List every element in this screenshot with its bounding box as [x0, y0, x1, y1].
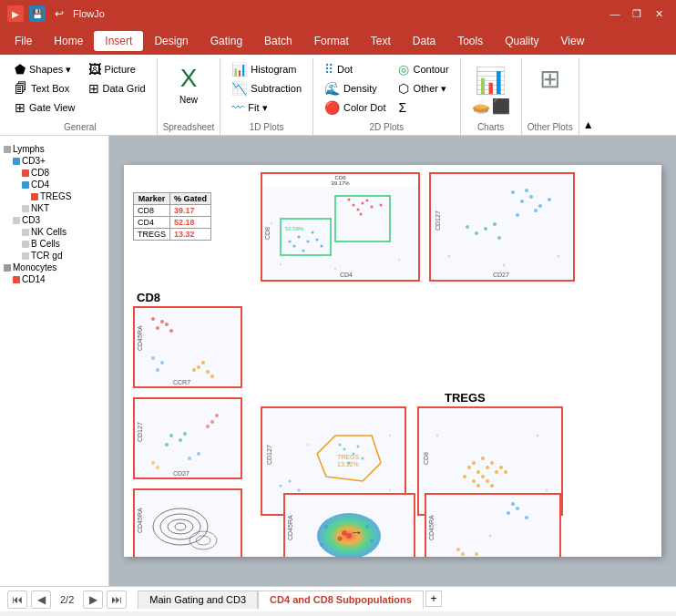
- svg-text:CD127: CD127: [266, 445, 272, 465]
- otherplots-btn[interactable]: ⊞: [530, 60, 570, 98]
- menu-batch[interactable]: Batch: [253, 31, 303, 51]
- charts-btn[interactable]: 📊 🥧 ⬛: [466, 62, 516, 118]
- general-label: General: [9, 120, 151, 135]
- nav-last-btn[interactable]: ⏭: [107, 590, 127, 609]
- svg-point-112: [495, 470, 498, 474]
- svg-text:CD45RA: CD45RA: [137, 325, 143, 351]
- svg-point-14: [312, 231, 314, 234]
- undo-icon[interactable]: ↩: [51, 5, 67, 22]
- plot-cd8-cd4-top[interactable]: CD639.17%: [261, 172, 420, 282]
- dot-btn[interactable]: ⠿ Dot: [319, 60, 391, 78]
- svg-point-92: [362, 457, 364, 460]
- menu-home[interactable]: Home: [43, 31, 94, 51]
- tree-cd8[interactable]: CD8: [4, 167, 105, 179]
- svg-point-54: [201, 361, 205, 364]
- tab-main-gating[interactable]: Main Gating and CD3: [138, 590, 258, 609]
- colordot-btn[interactable]: 🔴 Color Dot: [319, 98, 391, 117]
- datagrid-btn[interactable]: ⊞ Data Grid: [83, 79, 151, 98]
- svg-point-64: [215, 414, 219, 417]
- slide[interactable]: Marker % Gated CD8 39.17 CD4 52.18 TRE: [124, 165, 661, 557]
- tree-nkcells[interactable]: NK Cells: [4, 226, 105, 238]
- plot-cd45ra-ccr7-right-svg: CCR7 CD45RA: [426, 495, 559, 557]
- histogram-label: Histogram: [251, 64, 296, 75]
- gateview-icon: ⊞: [15, 100, 26, 115]
- shapes-label: Shapes ▾: [29, 64, 71, 76]
- restore-btn[interactable]: ❒: [627, 5, 647, 23]
- shapes-btn[interactable]: ⬟ Shapes ▾: [9, 60, 81, 78]
- tree-cd4[interactable]: CD4: [4, 179, 105, 190]
- 1dplots-col: 📊 Histogram 📉 Subtraction 〰 Fit ▾: [226, 60, 307, 117]
- tree-monocytes[interactable]: Monocytes: [4, 262, 105, 273]
- contour-btn[interactable]: ◎ Contour: [393, 60, 454, 78]
- histogram-btn[interactable]: 📊 Histogram: [226, 60, 307, 78]
- general-col1: ⬟ Shapes ▾ 🗐 Text Box ⊞ Gate View: [9, 60, 81, 117]
- tree-bcells[interactable]: B Cells: [4, 238, 105, 250]
- subtraction-btn[interactable]: 📉 Subtraction: [226, 79, 307, 98]
- nav-next-btn[interactable]: ▶: [83, 590, 103, 609]
- new-btn[interactable]: X New: [169, 60, 209, 108]
- gateview-btn[interactable]: ⊞ Gate View: [9, 98, 81, 117]
- menu-gating[interactable]: Gating: [200, 31, 253, 51]
- close-btn[interactable]: ✕: [649, 5, 669, 23]
- tree-nkt[interactable]: NKT: [4, 202, 105, 214]
- svg-point-96: [298, 489, 301, 492]
- ribbon-content: ⬟ Shapes ▾ 🗐 Text Box ⊞ Gate View 🖼: [0, 55, 676, 135]
- menu-file[interactable]: File: [4, 31, 43, 51]
- svg-rect-27: [431, 174, 573, 280]
- picture-label: Picture: [105, 64, 136, 75]
- nav-prev-btn[interactable]: ◀: [31, 590, 51, 609]
- cd3-label: CD3: [22, 215, 40, 225]
- plot-cd45ra-ccr7-right[interactable]: CCR7 CD45RA: [425, 493, 561, 557]
- ribbon-group-charts: 📊 🥧 ⬛ Charts: [461, 58, 522, 135]
- svg-point-91: [348, 462, 351, 465]
- menu-tools[interactable]: Tools: [446, 31, 494, 51]
- cd14-label: CD14: [22, 274, 46, 284]
- nav-first-btn[interactable]: ⏮: [7, 590, 27, 609]
- minimize-btn[interactable]: —: [605, 5, 625, 23]
- plot-cd127-cd27-left[interactable]: CD27 CD127: [133, 397, 242, 479]
- textbox-icon: 🗐: [15, 81, 27, 96]
- cd8-row-value: 39.17: [170, 205, 211, 217]
- tree-tregs[interactable]: TREGS: [4, 190, 105, 202]
- tab-cd4-cd8[interactable]: CD4 and CD8 Subpopulations: [258, 590, 424, 609]
- tree-lymphs[interactable]: Lymphs: [4, 143, 105, 155]
- textbox-btn[interactable]: 🗐 Text Box: [9, 79, 81, 98]
- tree-tcrgd[interactable]: TCR gd: [4, 250, 105, 262]
- tree-cd14[interactable]: CD14: [4, 273, 105, 285]
- otherplots-label: Other Plots: [527, 120, 573, 135]
- ribbon-group-1dplots: 📊 Histogram 📉 Subtraction 〰 Fit ▾ 1D Plo…: [220, 58, 313, 135]
- plot-cd45ra-ccr7[interactable]: CCR7 CD45RA: [133, 306, 242, 388]
- menu-design[interactable]: Design: [143, 31, 199, 51]
- menu-text[interactable]: Text: [360, 31, 402, 51]
- cd8-row-marker: CD8: [134, 205, 170, 217]
- menu-data[interactable]: Data: [402, 31, 446, 51]
- tregs-dot: [31, 193, 38, 200]
- add-tab-btn[interactable]: +: [425, 590, 442, 607]
- other-btn[interactable]: ⬡ Other ▾: [393, 79, 454, 98]
- tree-cd3plus[interactable]: CD3+: [4, 155, 105, 167]
- svg-point-144: [475, 552, 478, 556]
- menu-quality[interactable]: Quality: [494, 31, 549, 51]
- ribbon-collapse[interactable]: ▲: [579, 58, 594, 135]
- svg-point-109: [467, 466, 471, 469]
- charts-items: 📊 🥧 ⬛: [466, 60, 516, 120]
- plot-cd127-cd27-top[interactable]: CD27 CD127: [429, 172, 575, 282]
- menu-insert[interactable]: Insert: [94, 31, 143, 51]
- svg-point-101: [389, 489, 391, 491]
- fit-btn[interactable]: 〰 Fit ▾: [226, 98, 307, 117]
- sigma-btn[interactable]: Σ: [393, 98, 454, 117]
- svg-point-59: [151, 356, 155, 360]
- plot-cd45ra-pd1[interactable]: PD-1 CD45RA: [133, 488, 242, 557]
- svg-point-111: [481, 475, 485, 478]
- density-btn[interactable]: 🌊 Density: [319, 79, 391, 98]
- plot-cd8-cd4-title: CD639.17%: [262, 174, 418, 187]
- charts-label: Charts: [466, 120, 516, 135]
- menu-format[interactable]: Format: [303, 31, 360, 51]
- main-area: Lymphs CD3+ CD8 CD4 TREGS NKT CD3 NK Ce: [0, 136, 676, 586]
- tregs-row-marker: TREGS: [134, 229, 170, 241]
- svg-point-132: [320, 543, 323, 547]
- arrow-pd1: →: [350, 525, 363, 539]
- menu-view[interactable]: View: [550, 31, 596, 51]
- tree-cd3[interactable]: CD3: [4, 214, 105, 226]
- picture-btn[interactable]: 🖼 Picture: [83, 60, 151, 78]
